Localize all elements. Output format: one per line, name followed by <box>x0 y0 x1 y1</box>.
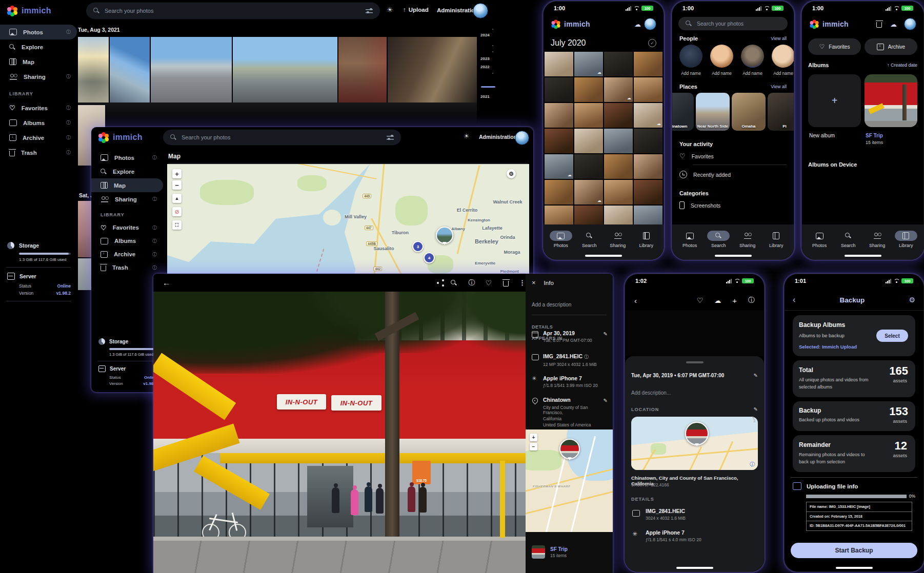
album-card-sf-trip[interactable] <box>865 74 917 127</box>
places-view-all[interactable]: View all <box>771 84 787 89</box>
user-avatar[interactable] <box>473 3 488 18</box>
filter-sliders-icon[interactable] <box>366 8 373 14</box>
photo-thumbnail[interactable] <box>545 52 573 76</box>
location-mini-map[interactable]: FISHERMAN'S WHARF + − <box>526 429 613 532</box>
nav-library[interactable]: Library <box>633 231 659 248</box>
cloud-sync-icon[interactable]: ☁ <box>634 21 641 28</box>
theme-toggle-button[interactable]: ☀ <box>387 6 393 14</box>
photo-thumbnail[interactable] <box>338 37 387 103</box>
people-view-all[interactable]: View all <box>771 36 787 41</box>
photo-thumbnail[interactable] <box>634 180 662 204</box>
drag-handle[interactable] <box>686 361 704 363</box>
home-indicator[interactable] <box>585 255 622 257</box>
map-cluster-marker[interactable]: 3 <box>412 241 424 252</box>
photo-thumbnail[interactable] <box>545 103 573 128</box>
photo-location-marker[interactable] <box>559 439 580 459</box>
person-face[interactable]: Add name <box>710 45 733 76</box>
home-indicator[interactable] <box>845 255 881 257</box>
description-input[interactable]: Add description... <box>631 390 671 396</box>
trash-icon[interactable] <box>876 22 882 28</box>
photo-thumbnail[interactable] <box>388 37 477 103</box>
photo-thumbnail[interactable]: ☁ <box>574 52 603 76</box>
photo-thumbnail[interactable] <box>78 37 109 103</box>
zoom-icon[interactable] <box>451 280 457 286</box>
photo-area[interactable] <box>625 310 764 356</box>
info-icon[interactable]: ⓘ <box>66 134 71 141</box>
album-name[interactable]: SF Trip <box>866 133 883 138</box>
photo-thumbnail[interactable] <box>634 154 662 179</box>
info-icon[interactable]: ⓘ <box>66 73 71 80</box>
new-album-card[interactable]: + <box>808 74 861 127</box>
user-avatar[interactable] <box>515 131 529 145</box>
photo-thumbnail[interactable] <box>634 77 662 102</box>
edit-date-icon[interactable]: ✎ <box>754 373 758 378</box>
select-albums-button[interactable]: Select <box>876 330 908 342</box>
search-input[interactable]: Search your photos <box>678 17 788 30</box>
photo-thumbnail[interactable]: ☁ <box>634 103 662 128</box>
sidebar-item-sharing[interactable]: Sharingⓘ <box>91 192 163 206</box>
map-zoom-out-button[interactable]: − <box>530 443 537 451</box>
person-face[interactable]: Add name <box>679 45 702 76</box>
photo-thumbnail[interactable] <box>574 103 603 128</box>
search-input[interactable]: Search your photos <box>163 130 401 145</box>
favorites-button[interactable]: ♡Favorites <box>808 38 861 55</box>
sidebar-item-archive[interactable]: Archiveⓘ <box>91 248 163 261</box>
info-icon[interactable]: ⓘ <box>66 119 71 126</box>
administration-link[interactable]: Administration <box>479 134 517 140</box>
person-face[interactable]: Add name <box>772 45 794 76</box>
sidebar-item-explore[interactable]: Explore <box>0 39 77 54</box>
activity-favorites[interactable]: ♡Favorites <box>679 152 714 160</box>
map-photo-marker[interactable] <box>436 227 453 244</box>
map-zoom-out-button[interactable]: − <box>172 180 182 190</box>
select-all-icon[interactable]: ✓ <box>648 39 656 47</box>
photo-thumbnail[interactable] <box>574 154 603 179</box>
sidebar-item-favorites[interactable]: ♡Favoritesⓘ <box>0 100 77 115</box>
albums-sort-button[interactable]: ↑ Created date <box>887 63 917 68</box>
delete-icon[interactable] <box>503 281 509 286</box>
person-face[interactable]: Add name <box>741 45 764 76</box>
sidebar-item-favorites[interactable]: ♡Favoritesⓘ <box>91 221 163 234</box>
archive-button[interactable]: Archive <box>865 38 917 55</box>
nav-sharing[interactable]: Sharing <box>734 231 761 248</box>
back-icon[interactable]: ‹ <box>634 296 637 305</box>
photo-thumbnail[interactable]: ☁ <box>604 77 633 102</box>
photo-thumbnail[interactable]: ☁ <box>545 154 573 179</box>
photo-thumbnail[interactable] <box>604 129 633 153</box>
favorite-heart-icon[interactable]: ♡ <box>485 279 492 287</box>
edit-date-icon[interactable]: ✎ <box>604 331 608 337</box>
user-avatar[interactable] <box>644 18 656 30</box>
info-icon[interactable]: ⓘ <box>66 105 71 111</box>
home-indicator[interactable] <box>836 567 873 569</box>
theme-toggle-button[interactable]: ☀ <box>464 132 470 140</box>
place-tile[interactable]: Chinatown <box>672 93 694 131</box>
nav-sharing[interactable]: Sharing <box>864 231 891 248</box>
sidebar-item-albums[interactable]: Albumsⓘ <box>91 234 163 248</box>
map-settings-button[interactable]: ⚙ <box>507 169 516 178</box>
more-options-icon[interactable]: ⋮ <box>519 279 526 286</box>
sidebar-item-photos[interactable]: Photosⓘ <box>0 25 77 39</box>
home-indicator[interactable] <box>715 255 752 257</box>
share-icon[interactable] <box>437 279 438 286</box>
nav-photos[interactable]: Photos <box>806 231 833 248</box>
filter-sliders-icon[interactable] <box>387 134 394 140</box>
sidebar-item-sharing[interactable]: Sharingⓘ <box>0 69 77 84</box>
sidebar-item-map[interactable]: Map <box>0 54 77 69</box>
map-fullscreen-button[interactable]: ⛶ <box>172 220 182 230</box>
photo-thumbnail[interactable] <box>604 103 633 128</box>
cloud-upload-icon[interactable]: ☁ <box>714 297 721 304</box>
nav-library[interactable]: Library <box>763 231 790 248</box>
nav-library[interactable]: Library <box>893 231 919 248</box>
appears-in-album[interactable]: SF Trip15 items <box>532 545 568 559</box>
map-attribution-icon[interactable]: ⓘ <box>750 461 755 468</box>
sidebar-item-map[interactable]: Map <box>91 178 163 192</box>
photo-thumbnail[interactable] <box>634 52 662 76</box>
sidebar-item-explore[interactable]: Explore <box>91 165 163 178</box>
file-info-icon[interactable]: ⓘ <box>584 354 589 359</box>
user-avatar[interactable] <box>904 18 916 30</box>
info-icon[interactable]: ⓘ <box>748 296 755 305</box>
sidebar-item-trash[interactable]: Trashⓘ <box>91 261 163 274</box>
category-screenshots[interactable]: Screenshots <box>679 201 720 209</box>
photo-thumbnail[interactable] <box>233 37 337 103</box>
info-icon[interactable]: ⓘ <box>468 278 475 288</box>
photo-thumbnail[interactable] <box>545 180 573 204</box>
